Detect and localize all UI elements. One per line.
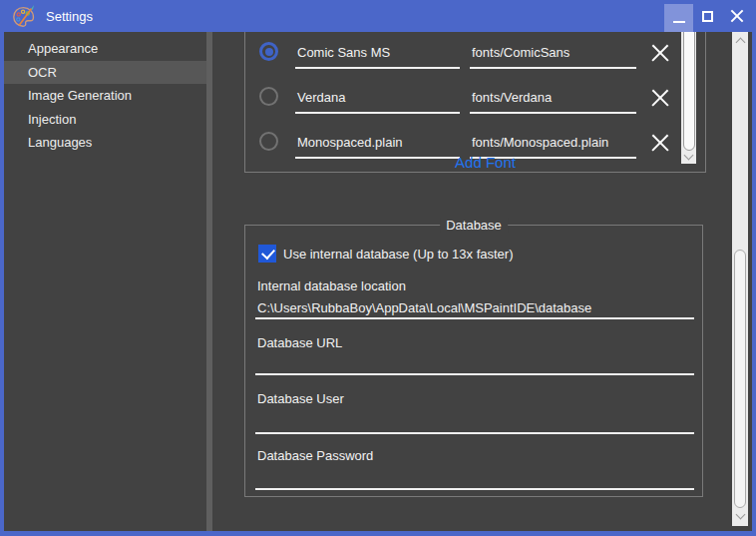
font-path[interactable]: fonts/ComicSans (472, 45, 631, 60)
font-name[interactable]: Monospaced.plain (297, 135, 457, 150)
font-name[interactable]: Verdana (297, 90, 457, 105)
internal-database-checkbox[interactable] (258, 245, 276, 263)
field-underline (255, 432, 694, 434)
font-radio[interactable] (259, 87, 278, 106)
main-scrollbar[interactable] (732, 32, 748, 526)
scroll-down-icon[interactable] (736, 513, 744, 521)
font-name-underline (295, 112, 460, 114)
sidebar-item-appearance[interactable]: Appearance (4, 37, 206, 61)
sidebar-item-image-generation[interactable]: Image Generation (4, 84, 206, 108)
font-list-scrollbar-thumb[interactable] (683, 32, 695, 151)
font-path[interactable]: fonts/Monospaced.plain (472, 135, 631, 150)
main-scrollbar-thumb[interactable] (734, 250, 746, 508)
font-name-underline (295, 67, 460, 69)
remove-font-button[interactable] (649, 132, 671, 154)
add-font-link[interactable]: Add Font (265, 154, 705, 171)
sidebar-item-injection[interactable]: Injection (4, 108, 206, 132)
remove-font-button[interactable] (649, 87, 671, 109)
minimize-button[interactable] (664, 4, 693, 32)
internal-database-checkbox-label: Use internal database (Up to 13x faster) (283, 247, 514, 262)
content-area: Comic Sans MS fonts/ComicSans Verdana fo… (212, 32, 736, 531)
font-row: Comic Sans MS fonts/ComicSans (245, 32, 705, 77)
field-label: Database User (257, 391, 344, 406)
scroll-up-icon[interactable] (736, 37, 744, 45)
field-label: Database URL (257, 335, 342, 350)
field-underline (255, 488, 694, 490)
font-path[interactable]: fonts/Verdana (472, 90, 631, 105)
scroll-down-icon[interactable] (684, 154, 692, 162)
close-button[interactable] (722, 0, 751, 32)
font-radio-selected[interactable] (259, 42, 278, 61)
font-radio[interactable] (259, 132, 278, 151)
title-bar: Settings (0, 0, 756, 32)
font-name[interactable]: Comic Sans MS (297, 45, 457, 60)
font-path-underline (470, 112, 636, 114)
sidebar-item-languages[interactable]: Languages (4, 131, 206, 155)
font-row: Verdana fonts/Verdana (245, 77, 705, 122)
field-label: Internal database location (257, 278, 406, 293)
font-list-scrollbar[interactable] (681, 32, 696, 164)
font-list-panel: Comic Sans MS fonts/ComicSans Verdana fo… (244, 32, 706, 173)
sidebar-item-ocr[interactable]: OCR (4, 61, 206, 85)
field-label: Database Password (257, 448, 373, 463)
field-underline (255, 317, 694, 319)
app-icon (10, 3, 37, 30)
sidebar: Appearance OCR Image Generation Injectio… (4, 32, 206, 531)
database-group: Database Use internal database (Up to 13… (244, 225, 703, 497)
maximize-icon (702, 11, 713, 22)
maximize-button[interactable] (693, 0, 722, 32)
close-icon (730, 9, 744, 23)
settings-window: Settings Appearance OCR Image Generation… (0, 0, 756, 536)
window-title: Settings (46, 9, 93, 24)
database-group-label: Database (440, 218, 508, 233)
remove-font-button[interactable] (649, 42, 671, 64)
minimize-icon (673, 21, 685, 23)
font-path-underline (470, 67, 636, 69)
field-value[interactable]: C:\Users\RubbaBoy\AppData\Local\MSPaintI… (257, 300, 591, 315)
field-underline (255, 373, 694, 375)
